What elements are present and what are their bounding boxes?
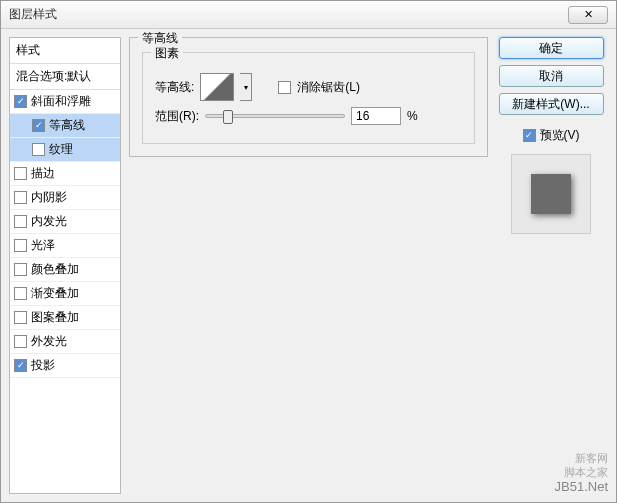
- contour-label: 等高线:: [155, 79, 194, 96]
- range-input[interactable]: [351, 107, 401, 125]
- sidebar-item-label: 内阴影: [31, 189, 67, 206]
- titlebar: 图层样式 ✕: [1, 1, 616, 29]
- blend-options-item[interactable]: 混合选项:默认: [10, 64, 120, 90]
- sidebar-item-label: 描边: [31, 165, 55, 182]
- sidebar-item-label: 纹理: [49, 141, 73, 158]
- sidebar-heading[interactable]: 样式: [10, 38, 120, 64]
- sidebar-item-7[interactable]: 颜色叠加: [10, 258, 120, 282]
- sidebar-item-10[interactable]: 外发光: [10, 330, 120, 354]
- sidebar-checkbox[interactable]: [14, 311, 27, 324]
- sidebar-item-5[interactable]: 内发光: [10, 210, 120, 234]
- range-slider-thumb[interactable]: [223, 110, 233, 124]
- layer-style-dialog: 图层样式 ✕ 样式 混合选项:默认 斜面和浮雕等高线纹理描边内阴影内发光光泽颜色…: [0, 0, 617, 503]
- sidebar-item-9[interactable]: 图案叠加: [10, 306, 120, 330]
- sidebar-item-label: 外发光: [31, 333, 67, 350]
- sidebar-item-1[interactable]: 等高线: [10, 114, 120, 138]
- contour-dropdown[interactable]: ▾: [240, 73, 252, 101]
- sidebar-checkbox[interactable]: [32, 143, 45, 156]
- sidebar-checkbox[interactable]: [14, 359, 27, 372]
- sidebar-checkbox[interactable]: [14, 239, 27, 252]
- sidebar-checkbox[interactable]: [14, 95, 27, 108]
- sidebar-item-2[interactable]: 纹理: [10, 138, 120, 162]
- new-style-button[interactable]: 新建样式(W)...: [499, 93, 604, 115]
- cancel-button[interactable]: 取消: [499, 65, 604, 87]
- dialog-body: 样式 混合选项:默认 斜面和浮雕等高线纹理描边内阴影内发光光泽颜色叠加渐变叠加图…: [1, 29, 616, 502]
- window-title: 图层样式: [9, 6, 568, 23]
- elements-group: 图素 等高线: ▾ 消除锯齿(L) 范围(R):: [142, 52, 475, 144]
- sidebar-item-label: 等高线: [49, 117, 85, 134]
- sidebar-item-11[interactable]: 投影: [10, 354, 120, 378]
- sidebar-item-label: 内发光: [31, 213, 67, 230]
- preview-swatch: [531, 174, 571, 214]
- sidebar-checkbox[interactable]: [14, 263, 27, 276]
- sidebar-item-0[interactable]: 斜面和浮雕: [10, 90, 120, 114]
- main-panel: 等高线 图素 等高线: ▾ 消除锯齿(L) 范围(R):: [121, 29, 496, 502]
- range-label: 范围(R):: [155, 108, 199, 125]
- sidebar-item-label: 斜面和浮雕: [31, 93, 91, 110]
- sidebar-item-label: 图案叠加: [31, 309, 79, 326]
- sidebar-checkbox[interactable]: [14, 215, 27, 228]
- range-unit: %: [407, 109, 418, 123]
- sidebar-item-8[interactable]: 渐变叠加: [10, 282, 120, 306]
- right-column: 确定 取消 新建样式(W)... 预览(V): [496, 29, 616, 502]
- sidebar-checkbox[interactable]: [14, 335, 27, 348]
- sidebar-checkbox[interactable]: [14, 167, 27, 180]
- elements-legend: 图素: [151, 45, 183, 62]
- preview-checkbox[interactable]: [523, 129, 536, 142]
- sidebar-item-4[interactable]: 内阴影: [10, 186, 120, 210]
- preview-label: 预览(V): [540, 127, 580, 144]
- preview-thumbnail: [511, 154, 591, 234]
- close-icon: ✕: [584, 8, 593, 21]
- contour-picker[interactable]: [200, 73, 234, 101]
- sidebar-item-label: 渐变叠加: [31, 285, 79, 302]
- antialias-label: 消除锯齿(L): [297, 79, 360, 96]
- contour-group: 等高线 图素 等高线: ▾ 消除锯齿(L) 范围(R):: [129, 37, 488, 157]
- sidebar-item-label: 投影: [31, 357, 55, 374]
- ok-button[interactable]: 确定: [499, 37, 604, 59]
- close-button[interactable]: ✕: [568, 6, 608, 24]
- sidebar-checkbox[interactable]: [14, 191, 27, 204]
- range-slider[interactable]: [205, 114, 345, 118]
- sidebar-item-3[interactable]: 描边: [10, 162, 120, 186]
- sidebar-item-label: 颜色叠加: [31, 261, 79, 278]
- styles-sidebar: 样式 混合选项:默认 斜面和浮雕等高线纹理描边内阴影内发光光泽颜色叠加渐变叠加图…: [9, 37, 121, 494]
- sidebar-checkbox[interactable]: [32, 119, 45, 132]
- sidebar-checkbox[interactable]: [14, 287, 27, 300]
- watermark: 新客网 脚本之家 JB51.Net: [555, 451, 608, 496]
- sidebar-item-label: 光泽: [31, 237, 55, 254]
- antialias-checkbox[interactable]: [278, 81, 291, 94]
- sidebar-item-6[interactable]: 光泽: [10, 234, 120, 258]
